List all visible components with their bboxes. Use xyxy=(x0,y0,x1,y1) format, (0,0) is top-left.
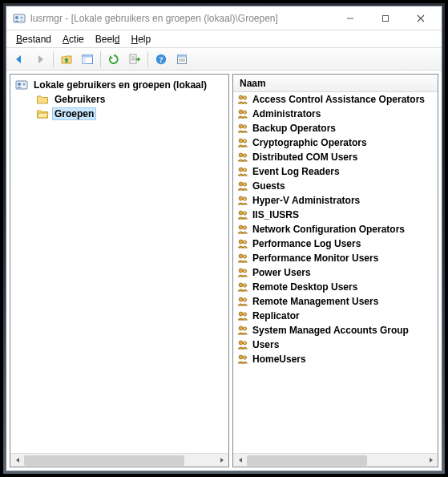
list-header[interactable]: Naam xyxy=(233,75,438,92)
list-item[interactable]: HomeUsers xyxy=(233,352,438,366)
list-item-label: Access Control Assistance Operators xyxy=(252,94,425,105)
svg-point-50 xyxy=(243,342,246,345)
svg-point-25 xyxy=(239,168,243,172)
group-icon xyxy=(236,151,249,164)
svg-point-2 xyxy=(20,16,22,18)
folder-open-icon xyxy=(36,107,49,120)
scroll-left-icon[interactable] xyxy=(10,454,24,467)
svg-point-47 xyxy=(239,326,243,330)
menu-actie[interactable]: Actie xyxy=(58,32,89,46)
svg-rect-5 xyxy=(83,55,93,57)
list-item-label: Hyper-V Administrators xyxy=(252,195,360,206)
list-item-label: System Managed Accounts Group xyxy=(252,325,409,336)
list-item[interactable]: Event Log Readers xyxy=(233,164,438,179)
scroll-thumb[interactable] xyxy=(247,455,367,466)
group-icon xyxy=(236,237,249,250)
up-button[interactable] xyxy=(57,51,76,68)
scroll-right-icon[interactable] xyxy=(424,454,438,467)
list-item[interactable]: Replicator xyxy=(233,309,438,323)
svg-point-32 xyxy=(243,212,246,215)
svg-point-46 xyxy=(243,313,246,316)
svg-text:?: ? xyxy=(159,55,163,64)
svg-point-51 xyxy=(239,355,243,359)
help-button[interactable]: ? xyxy=(151,51,171,68)
maximize-button[interactable] xyxy=(368,7,403,30)
tree-hscrollbar[interactable] xyxy=(10,453,228,467)
list-item[interactable]: Remote Desktop Users xyxy=(233,280,438,294)
tree-item-users[interactable]: Gebruikers xyxy=(14,92,225,107)
list-item[interactable]: Administrators xyxy=(233,107,438,121)
svg-point-18 xyxy=(243,111,246,114)
list-item[interactable]: Performance Monitor Users xyxy=(233,251,438,265)
svg-point-49 xyxy=(239,341,243,345)
list-item[interactable]: Power Users xyxy=(233,265,438,280)
list-item-label: Performance Monitor Users xyxy=(252,253,378,264)
list-item[interactable]: Distributed COM Users xyxy=(233,150,438,164)
list-item-label: Cryptographic Operators xyxy=(252,137,367,148)
scroll-left-icon[interactable] xyxy=(233,454,247,467)
list-item-label: IIS_IUSRS xyxy=(252,209,299,220)
list-item[interactable]: Remote Management Users xyxy=(233,294,438,309)
group-list[interactable]: Access Control Assistance Operators Admi… xyxy=(233,92,438,453)
menu-help[interactable]: Help xyxy=(126,32,155,46)
svg-point-41 xyxy=(239,283,243,287)
list-item-label: HomeUsers xyxy=(252,354,306,365)
group-icon xyxy=(236,136,249,149)
svg-point-22 xyxy=(243,139,246,143)
svg-point-30 xyxy=(243,197,246,200)
group-icon xyxy=(236,223,249,236)
column-name[interactable]: Naam xyxy=(233,78,272,89)
svg-point-28 xyxy=(243,183,246,186)
tree-item-label: Gebruikers xyxy=(54,94,105,105)
close-button[interactable] xyxy=(403,7,438,30)
group-icon xyxy=(236,252,249,265)
group-icon xyxy=(236,208,249,221)
titlebar[interactable]: lusrmgr - [Lokale gebruikers en groepen … xyxy=(6,6,442,30)
svg-point-36 xyxy=(243,241,246,244)
menu-beeld[interactable]: Beeld xyxy=(91,32,125,46)
svg-point-31 xyxy=(239,211,243,215)
list-item[interactable]: IIS_IUSRS xyxy=(233,208,438,222)
tree-view[interactable]: Lokale gebruikers en groepen (lokaal) Ge… xyxy=(10,75,228,453)
group-icon xyxy=(236,266,249,279)
menu-bestand[interactable]: Bestand xyxy=(11,32,56,46)
app-icon xyxy=(13,12,26,25)
refresh-button[interactable] xyxy=(104,51,123,68)
scroll-thumb[interactable] xyxy=(24,455,184,466)
svg-point-24 xyxy=(243,154,246,157)
properties-button[interactable] xyxy=(172,51,192,68)
list-hscrollbar[interactable] xyxy=(233,453,438,467)
svg-point-20 xyxy=(243,125,246,128)
list-item[interactable]: Users xyxy=(233,338,438,352)
list-item[interactable]: Hyper-V Administrators xyxy=(233,193,438,208)
tree-root[interactable]: Lokale gebruikers en groepen (lokaal) xyxy=(14,78,225,92)
tree-item-groups[interactable]: Groepen xyxy=(14,107,225,121)
list-item[interactable]: Performance Log Users xyxy=(233,236,438,251)
menubar: Bestand Actie Beeld Help xyxy=(6,30,442,48)
svg-point-1 xyxy=(15,16,18,19)
toolbar-separator xyxy=(53,51,54,67)
toolbar-separator xyxy=(100,51,101,67)
list-item[interactable]: System Managed Accounts Group xyxy=(233,323,438,338)
list-item[interactable]: Network Configuration Operators xyxy=(233,222,438,236)
minimize-button[interactable] xyxy=(333,7,368,30)
tree-item-label: Groepen xyxy=(54,108,94,119)
forward-button[interactable] xyxy=(30,51,50,68)
folder-icon xyxy=(36,93,49,106)
scroll-right-icon[interactable] xyxy=(215,454,228,467)
list-pane: Naam Access Control Assistance Operators… xyxy=(232,74,438,467)
list-item-label: Remote Management Users xyxy=(252,296,378,307)
back-button[interactable] xyxy=(10,51,29,68)
group-icon xyxy=(236,93,249,106)
list-item[interactable]: Backup Operators xyxy=(233,121,438,135)
svg-point-42 xyxy=(243,284,246,287)
svg-point-17 xyxy=(239,110,243,114)
list-item-label: Remote Desktop Users xyxy=(252,281,357,293)
export-list-button[interactable] xyxy=(125,51,144,68)
list-item[interactable]: Access Control Assistance Operators xyxy=(233,92,438,107)
list-item[interactable]: Cryptographic Operators xyxy=(233,135,438,150)
list-item-label: Distributed COM Users xyxy=(252,152,357,163)
list-item[interactable]: Guests xyxy=(233,179,438,193)
svg-point-44 xyxy=(243,298,246,301)
show-hide-tree-button[interactable] xyxy=(78,51,97,68)
